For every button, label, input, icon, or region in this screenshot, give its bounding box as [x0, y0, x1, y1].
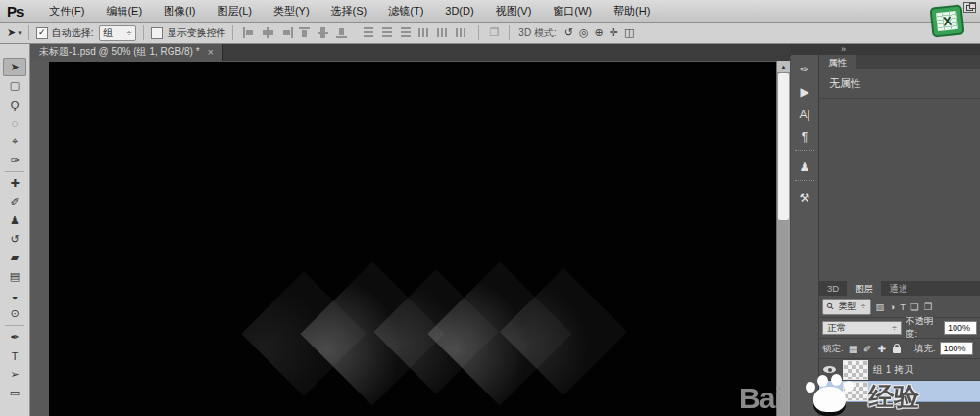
menu-item-select[interactable]: 选择(S) — [320, 4, 378, 19]
align-right-edges-button[interactable] — [280, 27, 293, 38]
lock-transparent-pixels-icon[interactable]: ▦ — [849, 344, 858, 354]
lock-all-icon[interactable] — [893, 347, 901, 353]
distribute-bottom-edges-button[interactable] — [400, 27, 413, 38]
layer-filter-dropdown[interactable]: ⚲ 类型 ÷ — [822, 299, 871, 315]
lock-image-pixels-icon[interactable]: ✐ — [863, 344, 871, 354]
auto-select-target-dropdown[interactable]: 组 ÷ — [99, 25, 137, 41]
lock-position-icon[interactable]: ✚ — [877, 344, 885, 354]
visibility-eye-icon[interactable] — [823, 365, 836, 374]
distribute-right-edges-button[interactable] — [456, 27, 468, 38]
tool-quick-selection[interactable]: ◌ — [3, 114, 26, 132]
clone-source-panel-icon[interactable]: ♟ — [793, 156, 817, 178]
menu-item-view[interactable]: 视图(V) — [485, 4, 543, 19]
align-top-edges-button[interactable] — [299, 27, 312, 38]
canvas-pasteboard[interactable] — [30, 61, 776, 416]
tool-presets-panel-icon[interactable]: ⚒ — [793, 186, 817, 208]
tool-blur[interactable]: ◒ — [3, 286, 26, 304]
tool-crop[interactable]: ⌖ — [3, 132, 26, 151]
tool-eraser[interactable]: ▰ — [3, 249, 26, 267]
tab-properties[interactable]: 属性 — [819, 55, 856, 69]
tool-rectangle[interactable]: ▭ — [3, 384, 26, 402]
visibility-eye-icon[interactable] — [823, 387, 836, 395]
tool-preset-picker[interactable]: ➤ ▾ — [7, 26, 22, 39]
3d-rotate-icon[interactable]: ↺ — [564, 26, 573, 39]
options-bar: ➤ ▾ ✓ 自动选择: 组 ÷ . 显示变换控件 ❐ 3D 模式: ↺ ◎ ⊕ … — [0, 23, 980, 44]
menu-item-image[interactable]: 图像(I) — [153, 4, 206, 19]
align-vertical-centers-button[interactable] — [318, 27, 330, 38]
tool-marquee[interactable]: ▢ — [3, 76, 26, 95]
menu-item-file[interactable]: 文件(F) — [38, 4, 95, 19]
show-transform-checkbox[interactable]: . — [151, 27, 163, 39]
align-bottom-edges-button[interactable] — [336, 27, 349, 38]
tab-3d[interactable]: 3D — [819, 281, 847, 296]
tool-pen[interactable]: ✒ — [3, 328, 26, 347]
filter-pixel-layers-icon[interactable]: ▨ — [876, 301, 885, 312]
tool-gradient[interactable]: ▤ — [3, 267, 26, 286]
auto-select-checkbox[interactable]: ✓ — [36, 27, 48, 39]
tool-type[interactable]: T — [3, 347, 26, 365]
distribute-vertical-centers-button[interactable] — [381, 27, 394, 38]
menu-item-3d[interactable]: 3D(D) — [434, 5, 484, 17]
menu-item-window[interactable]: 窗口(W) — [542, 4, 603, 19]
character-panel-icon[interactable]: A| — [793, 103, 817, 125]
align-left-edges-button[interactable] — [243, 27, 256, 38]
scrollbar-thumb[interactable] — [778, 73, 789, 220]
layer-row[interactable]: 组 1 拷贝 — [819, 359, 980, 381]
filter-adjustment-layers-icon[interactable]: ◑ — [890, 301, 896, 312]
tool-lasso[interactable]: Ϙ — [3, 95, 26, 114]
distribute-top-edges-button[interactable] — [363, 27, 375, 38]
3d-drag-icon[interactable]: ⊕ — [595, 26, 604, 39]
layers-tab-bar: 3D 图层 通道 — [819, 281, 980, 296]
tab-channels[interactable]: 通道 — [881, 281, 915, 296]
opacity-label: 不透明度: — [906, 315, 940, 341]
vertical-scrollbar[interactable]: ▲ — [776, 61, 790, 416]
auto-select-label: 自动选择: — [52, 26, 94, 40]
collapse-panels-icon[interactable]: » — [841, 43, 846, 55]
actions-panel-icon[interactable]: ▶ — [793, 80, 817, 103]
tool-brush[interactable]: ✐ — [3, 193, 26, 211]
tool-healing-brush[interactable]: ✚ — [3, 174, 26, 193]
menu-item-type[interactable]: 类型(Y) — [263, 4, 320, 19]
excel-overlay-icon[interactable]: X — [929, 4, 964, 37]
document-tab-title: 未标题-1.psd @ 50% (组 1, RGB/8) * — [39, 45, 200, 59]
opacity-input[interactable]: 100% — [944, 321, 977, 335]
fill-input[interactable]: 100% — [940, 342, 973, 355]
layer-row-selected[interactable]: 组 1 — [819, 381, 980, 402]
tool-move[interactable]: ➤ — [3, 58, 26, 76]
3d-scale-icon[interactable]: ◫ — [624, 26, 634, 39]
close-icon[interactable]: × — [208, 46, 214, 58]
distribute-left-edges-button[interactable] — [418, 27, 431, 38]
tool-eyedropper[interactable]: ✑ — [3, 151, 26, 169]
divider — [509, 25, 510, 40]
tool-path-selection[interactable]: ➢ — [3, 365, 26, 384]
document-canvas[interactable] — [49, 62, 776, 416]
restore-window-icon[interactable] — [963, 2, 976, 13]
distribute-horizontal-centers-button[interactable] — [437, 27, 450, 38]
scroll-up-icon[interactable]: ▲ — [777, 61, 790, 73]
properties-tab-bar: 属性 — [819, 55, 980, 69]
menu-item-layer[interactable]: 图层(L) — [206, 4, 262, 19]
tool-history-brush[interactable]: ↺ — [3, 230, 26, 249]
layer-thumbnail[interactable] — [843, 382, 868, 401]
search-icon: ⚲ — [824, 300, 836, 312]
3d-slide-icon[interactable]: ✛ — [610, 26, 618, 39]
brush-panel-icon[interactable]: ✑ — [793, 58, 817, 80]
3d-roll-icon[interactable]: ◎ — [579, 26, 589, 39]
menu-item-filter[interactable]: 滤镜(T) — [377, 4, 434, 19]
filter-shape-layers-icon[interactable]: ❏ — [910, 301, 919, 312]
filter-type-layers-icon[interactable]: T — [900, 301, 906, 312]
paragraph-panel-icon[interactable]: ¶ — [793, 125, 817, 148]
filter-smart-objects-icon[interactable]: ❐ — [924, 301, 933, 312]
auto-align-layers-icon[interactable]: ❐ — [489, 26, 499, 39]
tool-dodge[interactable]: ⊙ — [3, 304, 26, 323]
layer-thumbnail[interactable] — [843, 360, 868, 380]
tool-clone-stamp[interactable]: ♟ — [3, 211, 26, 230]
tab-layers[interactable]: 图层 — [847, 281, 881, 296]
blend-mode-dropdown[interactable]: 正常 ÷ — [822, 321, 902, 335]
align-horizontal-centers-button[interactable] — [262, 27, 274, 38]
photoshop-logo: Ps — [7, 3, 23, 20]
document-tab[interactable]: 未标题-1.psd @ 50% (组 1, RGB/8) * × — [30, 43, 223, 61]
move-tool-icon: ➤ — [7, 26, 16, 39]
menu-item-help[interactable]: 帮助(H) — [603, 4, 661, 19]
menu-item-edit[interactable]: 编辑(E) — [95, 4, 153, 19]
